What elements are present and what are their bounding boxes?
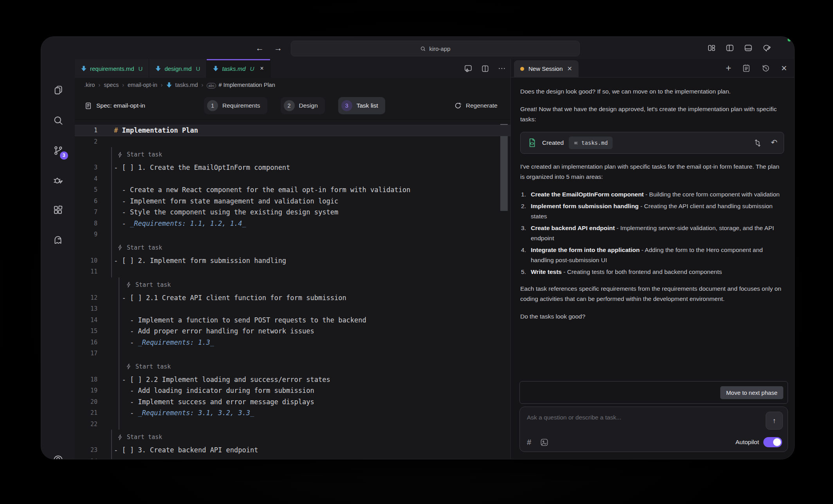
line-number: 16 — [75, 337, 97, 348]
file-code-icon — [527, 138, 537, 148]
code-line: 17 — [75, 348, 511, 359]
chat-edit-icon[interactable] — [762, 43, 772, 53]
editor-tab-strip: requirements.mdUdesign.mdUtasks.mdU× — [75, 59, 511, 78]
search-value: kiro-app — [429, 45, 450, 52]
scm-badge: 3 — [60, 151, 68, 160]
panel-left-icon[interactable] — [725, 43, 734, 52]
codelens-label[interactable]: Start task — [127, 151, 162, 158]
account-icon — [52, 454, 64, 460]
file-pill[interactable]: tasks.md — [569, 137, 612, 149]
tab-label: requirements.md — [90, 65, 134, 72]
codelens-row[interactable]: Start task — [75, 147, 511, 162]
card-verb: Created — [542, 138, 564, 148]
codelens-row[interactable]: Start task — [75, 277, 511, 292]
code-editor[interactable]: 1# Implementation Plan2Start task3- [ ] … — [75, 119, 511, 459]
line-number: 1 — [75, 125, 97, 136]
line-number: 23 — [75, 445, 97, 456]
symbol-kind-icon: abc — [207, 83, 216, 88]
phase-box: Move to next phase — [519, 381, 788, 404]
new-session-icon[interactable]: + — [726, 63, 731, 74]
diff-icon[interactable] — [753, 139, 762, 148]
codelens-row[interactable]: Start task — [75, 359, 511, 374]
context-hash-icon[interactable]: # — [527, 438, 531, 447]
tab-label: tasks.md — [222, 65, 245, 72]
code-line: 20 - Implement success and error message… — [75, 396, 511, 408]
line-number: 8 — [75, 218, 97, 229]
code-line: 9 — [75, 229, 511, 240]
activity-item-run-debug[interactable] — [41, 169, 75, 191]
regenerate-button[interactable]: Regenerate — [454, 92, 498, 119]
code-line: 19 - Add loading indicator during form s… — [75, 385, 511, 396]
command-center-search[interactable]: kiro-app — [291, 41, 580, 56]
indent-guide — [111, 240, 112, 255]
spec-list-icon — [84, 102, 92, 110]
editor-tab-tasks.md[interactable]: tasks.mdU× — [207, 59, 270, 78]
spec-label-group: Spec: email-opt-in — [84, 92, 145, 119]
activity-item-source-control[interactable]: 3 — [41, 139, 75, 161]
more-actions-icon[interactable] — [498, 64, 506, 73]
activity-item-extensions[interactable] — [41, 199, 75, 221]
chat-input[interactable]: Ask a question or describe a task... ↑ #… — [519, 407, 788, 452]
line-number: 24 — [75, 456, 97, 459]
editor-tab-requirements.md[interactable]: requirements.mdU — [75, 59, 149, 78]
codelens-label[interactable]: Start task — [135, 281, 171, 288]
breadcrumb[interactable]: .kiro›specs›email-opt-in›tasks.md›abc# I… — [75, 78, 511, 92]
file-created-card[interactable]: Createdtasks.md↶ — [520, 132, 784, 154]
code-text: - [ ] 2.2 Implement loading and success/… — [114, 376, 330, 383]
editor-region: requirements.mdUdesign.mdUtasks.mdU× .ki… — [75, 59, 511, 459]
list-item: 2.Implement form submission handling - C… — [520, 201, 784, 221]
code-text: - [ ] 3. Create backend API endpoint — [114, 446, 258, 454]
code-text: - Style the component using the existing… — [114, 208, 338, 216]
task-list-icon[interactable] — [742, 64, 751, 73]
line-number: 12 — [75, 292, 97, 304]
spec-step-design[interactable]: 2Design — [281, 97, 325, 114]
files-icon — [53, 85, 63, 95]
move-to-next-phase-button[interactable]: Move to next phase — [720, 386, 783, 399]
codelens-label[interactable]: Start task — [135, 363, 171, 370]
session-tab[interactable]: New Session ✕ — [514, 60, 579, 77]
undo-icon[interactable]: ↶ — [771, 137, 777, 148]
code-line: 24 — [75, 456, 511, 459]
activity-item-search[interactable] — [41, 109, 75, 131]
back-icon[interactable]: ← — [256, 43, 264, 53]
activity-item-account[interactable]: ✓ — [41, 449, 75, 459]
indent-guide — [111, 207, 112, 218]
code-line: 2 — [75, 136, 511, 148]
spec-step-requirements[interactable]: 1Requirements — [204, 97, 267, 114]
history-icon[interactable] — [761, 64, 770, 73]
modified-badge: U — [250, 65, 254, 72]
codelens-row[interactable]: Start task — [75, 240, 511, 255]
panel-bottom-icon[interactable] — [744, 43, 753, 52]
split-editor-icon[interactable] — [481, 64, 490, 73]
editor-tab-design.md[interactable]: design.mdU — [149, 59, 207, 78]
breadcrumb-separator: › — [122, 82, 124, 88]
tab-close-icon[interactable]: × — [260, 65, 263, 72]
search-icon — [53, 115, 63, 126]
code-line: 14 - Implement a function to send POST r… — [75, 315, 511, 326]
code-line: 11 — [75, 266, 511, 277]
session-close-icon[interactable]: ✕ — [567, 65, 572, 72]
line-number: 10 — [75, 255, 97, 266]
codelens-label[interactable]: Start task — [127, 244, 162, 251]
activity-bar: 3✓ — [41, 59, 75, 459]
code-line: 10- [ ] 2. Implement form submission han… — [75, 255, 511, 266]
close-panel-icon[interactable]: ✕ — [781, 64, 787, 73]
spec-step-task-list[interactable]: 3Task list — [338, 97, 385, 114]
code-text: _Requirements: 3.1, 3.2, 3.3_ — [138, 409, 254, 417]
activity-item-explorer[interactable] — [41, 79, 75, 101]
layout-grid-icon[interactable] — [707, 43, 716, 52]
code-text: - [ ] 1. Create the EmailOptInForm compo… — [114, 164, 290, 171]
step-number: 1 — [207, 100, 218, 111]
attach-image-icon[interactable] — [540, 438, 549, 447]
codelens-label[interactable]: Start task — [127, 434, 162, 441]
codelens-row[interactable]: Start task — [75, 430, 511, 445]
bolt-icon — [126, 281, 132, 288]
send-button[interactable]: ↑ — [766, 412, 783, 430]
editor-actions-icon[interactable] — [463, 64, 473, 73]
forward-icon[interactable]: → — [274, 43, 282, 53]
step-number: 2 — [284, 100, 295, 111]
activity-item-kiro[interactable] — [41, 229, 75, 250]
step-label: Requirements — [222, 102, 260, 109]
md-down-arrow-icon — [213, 66, 218, 72]
autopilot-toggle[interactable] — [763, 437, 782, 447]
